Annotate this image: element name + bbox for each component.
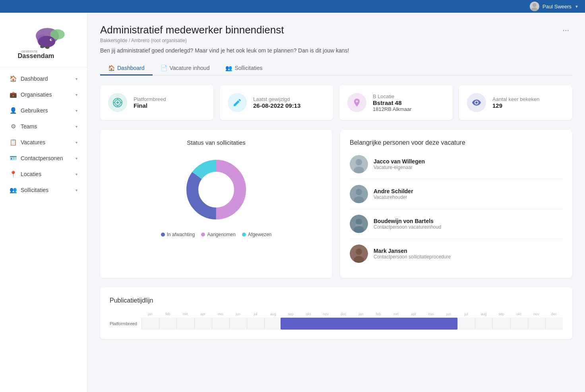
chevron-icon: ▾	[76, 156, 77, 161]
legend-dot-afwachting	[161, 233, 165, 237]
person-jacco-role: Vacature-eigenaar	[374, 165, 425, 170]
sidebar-label-dashboard: Dashboard	[21, 76, 48, 82]
person-boudewijn-role: Contactpersoon vacatureinhoud	[374, 224, 441, 230]
gewijzigd-icon-wrap	[228, 93, 247, 112]
person-andre-info: Andre Schilder Vacaturehouder	[374, 188, 413, 200]
nav-list: 🏠 Dashboard ▾ 💼 Organisaties ▾ 👤 Gebruik…	[0, 67, 87, 202]
donut-chart	[180, 154, 252, 225]
sidebar-item-dashboard[interactable]: 🏠 Dashboard ▾	[3, 71, 84, 86]
svg-rect-34	[355, 224, 362, 226]
legend-label-aangenomen: Aangenomen	[207, 232, 235, 237]
timeline-bar	[281, 318, 457, 330]
person-mark: Mark Jansen Contactpersoon sollicitatiep…	[350, 239, 563, 268]
avatar-jacco	[350, 155, 368, 173]
teams-icon: ⚙	[10, 123, 17, 130]
locatie-sub: 1812RB Alkmaar	[373, 106, 412, 112]
bekeken-value: 129	[492, 102, 540, 109]
sidebar-label-sollicitaties: Sollicitaties	[21, 187, 48, 193]
sidebar-item-teams[interactable]: ⚙ Teams ▾	[3, 119, 84, 134]
main-layout: GEMEENTE Dassendam altijd in beweging 🏠 …	[0, 13, 585, 392]
user-avatar	[530, 2, 539, 11]
sidebar-label-teams: Teams	[21, 123, 37, 130]
svg-point-0	[533, 3, 537, 7]
svg-point-32	[356, 219, 362, 225]
bekeken-icon	[472, 98, 481, 107]
platformbreed-label: Platformbreed	[134, 96, 166, 102]
person-mark-name: Mark Jansen	[374, 248, 451, 254]
tab-dashboard[interactable]: 🏠 Dashboard	[100, 62, 153, 76]
avatar-mark	[350, 245, 368, 263]
sidebar-label-locaties: Locaties	[21, 171, 41, 177]
svg-text:Dassendam: Dassendam	[17, 52, 54, 59]
page-description: Ben jij administratief goed onderlegd? M…	[100, 47, 572, 54]
sidebar-item-contactpersonen[interactable]: 🪪 Contactpersonen ▾	[3, 151, 84, 166]
svg-text:altijd in beweging: altijd in beweging	[26, 60, 46, 60]
svg-point-36	[356, 248, 362, 255]
user-menu[interactable]: Paul Sweers ▼	[530, 2, 579, 11]
person-boudewijn-info: Boudewijn von Bartels Contactpersoon vac…	[374, 218, 441, 230]
platformbreed-icon	[112, 97, 123, 108]
chevron-icon: ▾	[76, 188, 77, 192]
tab-dashboard-icon: 🏠	[108, 65, 115, 71]
platformbreed-text: Platformbreed Final	[134, 96, 166, 109]
page-header: Administratief medewerker binnendienst ·…	[100, 24, 572, 36]
stat-platformbreed: Platformbreed Final	[100, 85, 213, 120]
svg-point-29	[356, 189, 362, 195]
bekeken-label: Aantal keer bekeken	[492, 96, 540, 102]
svg-point-7	[50, 39, 52, 41]
stat-locatie: B Locatie Bstraat 48 1812RB Alkmaar	[339, 85, 453, 120]
sidebar-item-locaties[interactable]: 📍 Locaties ▾	[3, 167, 84, 182]
avatar-boudewijn	[350, 215, 368, 233]
username-label: Paul Sweers	[542, 4, 571, 10]
timeline-bar-track	[141, 318, 563, 330]
locatie-text: B Locatie Bstraat 48 1812RB Alkmaar	[373, 93, 412, 112]
sidebar-item-sollicitaties[interactable]: 👥 Sollicitaties ▾	[3, 182, 84, 198]
chevron-icon: ▾	[76, 140, 77, 145]
tab-vacature-label: Vacature inhoud	[170, 65, 210, 71]
chart-title: Status van sollicitaties	[110, 139, 323, 146]
two-col-section: Status van sollicitaties	[100, 130, 572, 278]
svg-point-24	[199, 172, 234, 207]
locatie-label: B Locatie	[373, 93, 412, 99]
svg-point-15	[116, 101, 119, 104]
legend-label-afgewezen: Afgewezen	[248, 232, 271, 237]
gewijzigd-label: Laatst gewijzigd	[253, 96, 300, 102]
chevron-icon: ▾	[76, 109, 77, 113]
locatie-value: Bstraat 48	[373, 99, 412, 106]
locatie-icon	[352, 98, 362, 107]
chevron-icon: ▾	[76, 93, 77, 97]
tl-jan1: jan	[141, 312, 159, 316]
tab-sollicitaties[interactable]: 👥 Sollicitaties	[217, 62, 270, 76]
person-boudewijn-name: Boudewijn von Bartels	[374, 218, 441, 224]
chevron-icon: ▾	[76, 77, 77, 81]
timeline-labels: jan feb mrt apr mei jun jul aug sep okt …	[141, 312, 563, 316]
logo-area: GEMEENTE Dassendam altijd in beweging	[0, 13, 87, 67]
sollicitaties-icon: 👥	[10, 186, 17, 194]
more-options-button[interactable]: ···	[559, 24, 572, 36]
sidebar-item-gebruikers[interactable]: 👤 Gebruikers ▾	[3, 103, 84, 118]
person-mark-role: Contactpersoon sollicitatieprocedure	[374, 254, 451, 260]
locaties-icon: 📍	[10, 171, 17, 178]
organisaties-icon: 💼	[10, 91, 17, 98]
timeline-bar-label: Platformbreed	[110, 321, 141, 326]
timeline-bar-row: Platformbreed	[110, 318, 563, 330]
main-content: Administratief medewerker binnendienst ·…	[87, 13, 585, 392]
persons-title: Belangrijke personen voor deze vacature	[350, 139, 563, 146]
person-andre: Andre Schilder Vacaturehouder	[350, 179, 563, 209]
svg-point-1	[531, 8, 538, 11]
sidebar-item-organisaties[interactable]: 💼 Organisaties ▾	[3, 87, 84, 102]
sidebar-label-gebruikers: Gebruikers	[21, 107, 48, 114]
sidebar-item-vacatures[interactable]: 📋 Vacatures ▾	[3, 135, 84, 150]
svg-point-8	[40, 45, 44, 48]
sidebar-label-organisaties: Organisaties	[21, 91, 52, 98]
tab-dashboard-label: Dashboard	[117, 65, 145, 71]
sidebar-label-contactpersonen: Contactpersonen	[21, 155, 63, 161]
sidebar: GEMEENTE Dassendam altijd in beweging 🏠 …	[0, 13, 87, 392]
legend-label-afwachting: In afwachting	[167, 232, 195, 237]
locatie-icon-wrap	[347, 93, 366, 112]
stat-bekeken: Aantal keer bekeken 129	[459, 85, 572, 120]
legend-dot-afgewezen	[242, 233, 246, 237]
avatar-andre	[350, 185, 368, 203]
tab-vacature-inhoud[interactable]: 📄 Vacature inhoud	[153, 62, 218, 76]
svg-point-9	[45, 46, 49, 49]
